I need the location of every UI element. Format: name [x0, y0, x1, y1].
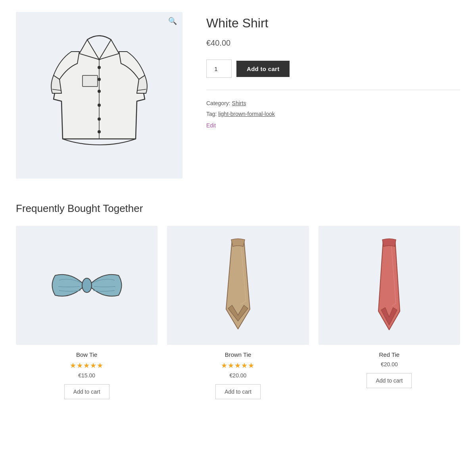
red-tie-price: €20.00 [381, 361, 398, 367]
fbt-card-red-tie: Red Tie €20.00 Add to cart [319, 226, 460, 399]
red-tie-add-to-cart-button[interactable]: Add to cart [367, 373, 412, 388]
fbt-card-bow-tie: Bow Tie ★★★★★ €15.00 Add to cart [16, 226, 157, 399]
bow-tie-add-to-cart-button[interactable]: Add to cart [64, 384, 109, 399]
svg-point-7 [98, 130, 101, 133]
brown-tie-add-to-cart-button[interactable]: Add to cart [215, 384, 261, 399]
svg-point-4 [98, 90, 101, 93]
product-info: White Shirt €40.00 Add to cart Category:… [206, 12, 460, 129]
svg-point-2 [98, 66, 101, 69]
zoom-icon[interactable]: 🔍 [168, 17, 177, 25]
edit-link[interactable]: Edit [206, 122, 216, 129]
tag-link[interactable]: light-brown-formal-look [218, 111, 274, 117]
product-section: 🔍 [16, 12, 460, 179]
svg-point-5 [98, 104, 101, 107]
product-meta: Category: Shirts Tag: light-brown-formal… [206, 98, 460, 119]
brown-tie-name: Brown Tie [225, 351, 251, 358]
product-tag: Tag: light-brown-formal-look [206, 109, 460, 119]
fbt-card-brown-tie: Brown Tie ★★★★★ €20.00 Add to cart [167, 226, 309, 399]
svg-point-10 [82, 278, 92, 292]
product-price: €40.00 [206, 38, 460, 48]
product-image [48, 28, 151, 163]
bow-tie-stars: ★★★★★ [70, 361, 104, 370]
category-label: Category: [206, 100, 230, 106]
product-divider [206, 90, 460, 90]
bow-tie-name: Bow Tie [76, 351, 97, 358]
add-to-cart-button[interactable]: Add to cart [236, 61, 290, 77]
brown-tie-image [167, 226, 309, 345]
product-category: Category: Shirts [206, 98, 460, 109]
fbt-section: Frequently Bought Together [16, 202, 460, 399]
brown-tie-price: €20.00 [230, 372, 247, 379]
svg-point-3 [98, 78, 101, 81]
product-image-wrapper: 🔍 [16, 12, 182, 179]
category-link[interactable]: Shirts [232, 100, 246, 106]
quantity-input[interactable] [206, 60, 232, 78]
tag-label: Tag: [206, 111, 217, 117]
svg-rect-1 [83, 75, 98, 87]
brown-tie-stars: ★★★★★ [221, 361, 255, 370]
product-actions: Add to cart [206, 60, 460, 78]
fbt-grid: Bow Tie ★★★★★ €15.00 Add to cart [16, 226, 460, 399]
product-title: White Shirt [206, 16, 460, 31]
bow-tie-price: €15.00 [78, 372, 95, 379]
red-tie-name: Red Tie [379, 351, 399, 358]
red-tie-image [319, 226, 460, 345]
svg-point-6 [98, 117, 101, 121]
bow-tie-image [16, 226, 157, 345]
fbt-title: Frequently Bought Together [16, 202, 460, 215]
